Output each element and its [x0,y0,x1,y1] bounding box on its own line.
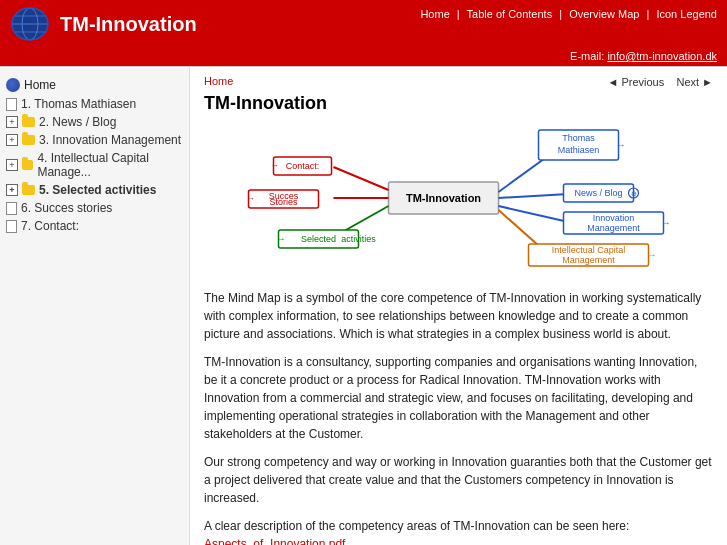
svg-text:News / Blog: News / Blog [574,188,622,198]
svg-text:Management: Management [587,223,640,233]
next-link[interactable]: Next ► [676,76,713,88]
mindmap-svg: TM-Innovation Thomas Mathiasen → News / … [204,122,713,277]
sidebar: Home 1. Thomas Mathiasen + 2. News / Blo… [0,67,190,545]
expand-icon-4[interactable]: + [6,159,18,171]
paragraph-1: The Mind Map is a symbol of the core com… [204,289,713,343]
breadcrumb[interactable]: Home [204,75,233,87]
svg-text:→: → [662,218,671,228]
svg-line-13 [499,194,569,198]
svg-text:→: → [271,161,279,170]
sidebar-item-2[interactable]: + 2. News / Blog [0,113,189,131]
home-globe-icon [6,78,20,92]
paragraph-2: TM-Innovation is a consultancy, supporti… [204,353,713,443]
svg-text:Selected: Selected [301,234,336,244]
doc-icon-6 [6,202,17,215]
svg-text:⊕: ⊕ [631,190,637,197]
expand-icon-5[interactable]: + [6,184,18,196]
paragraph-3: Our strong competency and way or working… [204,453,713,507]
email-bar: E-mail: info@tm-innovation.dk [0,48,727,66]
svg-line-38 [334,167,389,190]
sidebar-item-4[interactable]: + 4. Intellectual Capital Manage... [0,149,189,181]
paragraph-4: A clear description of the competency ar… [204,517,713,545]
folder-icon-2 [22,117,35,127]
email-link[interactable]: info@tm-innovation.dk [607,50,717,62]
sidebar-item-5[interactable]: + 5. Selected activities [0,181,189,199]
email-label: E-mail: [570,50,604,62]
header-navigation: Home | Table of Contents | Overview Map … [420,6,717,20]
main-layout: Home 1. Thomas Mathiasen + 2. News / Blo… [0,66,727,545]
main-content: Home ◄ Previous Next ► TM-Innovation TM-… [190,67,727,545]
sidebar-item-3[interactable]: + 3. Innovation Management [0,131,189,149]
svg-text:TM-Innovation: TM-Innovation [406,192,481,204]
svg-text:Contact:: Contact: [286,161,320,171]
sidebar-item-5-label: 5. Selected activities [39,183,156,197]
svg-text:Innovation: Innovation [593,213,635,223]
svg-text:Mathiasen: Mathiasen [558,145,600,155]
sidebar-item-1-label: 1. Thomas Mathiasen [21,97,136,111]
sidebar-item-1[interactable]: 1. Thomas Mathiasen [0,95,189,113]
nav-overview-link[interactable]: Overview Map [569,8,639,20]
nav-arrows: ◄ Previous Next ► [607,76,713,88]
sidebar-item-4-label: 4. Intellectual Capital Manage... [37,151,185,179]
folder-icon-4 [22,160,33,170]
logo-globe [10,6,50,42]
doc-icon-7 [6,220,17,233]
header: TM-Innovation Home | Table of Contents |… [0,0,727,48]
svg-text:→: → [617,140,626,150]
folder-icon-5 [22,185,35,195]
expand-icon-3[interactable]: + [6,134,18,146]
sidebar-item-7-label: 7. Contact: [21,219,79,233]
prev-link[interactable]: ◄ Previous [607,76,664,88]
svg-text:→: → [247,194,255,203]
sidebar-home-label: Home [24,78,56,92]
sidebar-item-2-label: 2. News / Blog [39,115,116,129]
expand-icon-2[interactable]: + [6,116,18,128]
page-title: TM-Innovation [204,93,713,114]
sidebar-item-6-label: 6. Succes stories [21,201,112,215]
sidebar-item-3-label: 3. Innovation Management [39,133,181,147]
svg-text:Intellectual Capital: Intellectual Capital [552,245,626,255]
svg-text:Management: Management [562,255,615,265]
sidebar-item-home[interactable]: Home [0,75,189,95]
doc-icon [6,98,17,111]
sidebar-item-6[interactable]: 6. Succes stories [0,199,189,217]
svg-text:Stories: Stories [269,197,298,207]
site-title: TM-Innovation [60,13,420,36]
folder-icon-3 [22,135,35,145]
svg-text:→: → [277,234,286,244]
svg-text:Thomas: Thomas [562,133,595,143]
nav-home-link[interactable]: Home [420,8,449,20]
aspects-link[interactable]: Aspects_of_Innovation.pdf [204,537,345,545]
svg-text:activities: activities [341,234,376,244]
mindmap-diagram: TM-Innovation Thomas Mathiasen → News / … [204,122,713,277]
sidebar-item-7[interactable]: 7. Contact: [0,217,189,235]
svg-text:→: → [648,250,657,260]
nav-legend-link[interactable]: Icon Legend [656,8,717,20]
nav-toc-link[interactable]: Table of Contents [467,8,553,20]
